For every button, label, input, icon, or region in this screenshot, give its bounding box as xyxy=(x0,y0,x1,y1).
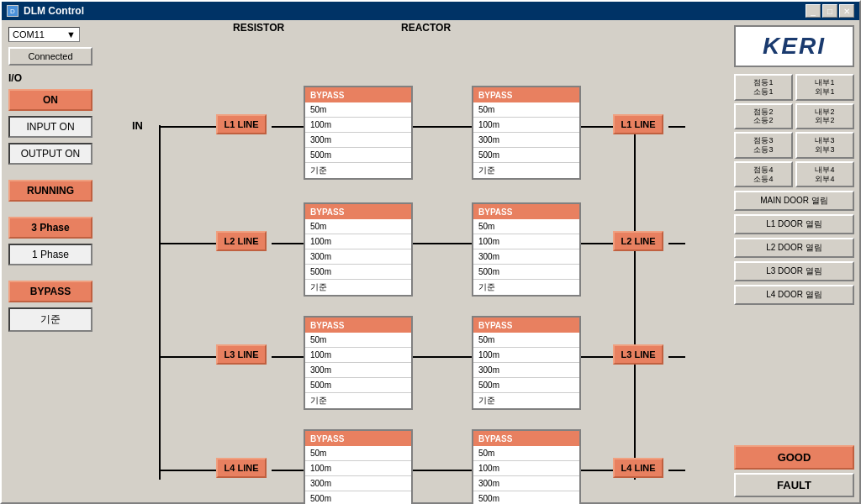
l3-rea-50m[interactable]: 50m xyxy=(473,333,579,348)
l2-rea-gijun[interactable]: 기준 xyxy=(473,280,579,295)
l3-resistor-switches: BYPASS 50m 100m 300m 500m 기준 xyxy=(304,316,413,410)
maximize-button[interactable]: □ xyxy=(822,4,837,18)
com-port-select[interactable]: COM11 ▼ xyxy=(8,27,80,42)
status-r4l1[interactable]: 점등4소등4 xyxy=(734,161,793,188)
l3-rbus-hline xyxy=(668,356,685,358)
l3-door-button[interactable]: L3 DOOR 열림 xyxy=(734,261,854,281)
l2-door-button[interactable]: L2 DOOR 열림 xyxy=(734,238,854,258)
l1-res-100m[interactable]: 100m xyxy=(305,118,411,133)
l1-res-500m[interactable]: 500m xyxy=(305,148,411,163)
l4-reactor-switches: BYPASS 50m 100m 300m 500m 기준 xyxy=(472,429,581,504)
status-r2l1[interactable]: 점등2소등2 xyxy=(734,103,793,130)
l3-rea-bypass[interactable]: BYPASS xyxy=(473,318,579,333)
l3-res-100m[interactable]: 100m xyxy=(305,348,411,363)
l2-resistor-switches: BYPASS 50m 100m 300m 500m 기준 xyxy=(304,202,413,297)
l4-res-500m[interactable]: 500m xyxy=(305,491,411,504)
l4-res-hline xyxy=(272,470,304,471)
l4-rea-100m[interactable]: 100m xyxy=(473,461,579,476)
l4-resistor-switches: BYPASS 50m 100m 300m 500m 기준 xyxy=(304,429,413,504)
l4-res-50m[interactable]: 50m xyxy=(305,446,411,461)
l2-reactor-switches: BYPASS 50m 100m 300m 500m 기준 xyxy=(472,202,581,297)
l1-door-button[interactable]: L1 DOOR 열림 xyxy=(734,214,854,234)
l1-in-hline xyxy=(159,126,216,128)
on-button[interactable]: ON xyxy=(8,89,92,111)
l4-out-hline xyxy=(581,470,613,471)
status-r3l2[interactable]: 내부3외부3 xyxy=(795,132,854,159)
l3-res-50m[interactable]: 50m xyxy=(305,333,411,348)
l1-rea-bypass[interactable]: BYPASS xyxy=(473,87,579,102)
l3-res-bypass[interactable]: BYPASS xyxy=(305,318,411,333)
gijun-button[interactable]: 기준 xyxy=(8,307,92,332)
l2-res-50m[interactable]: 50m xyxy=(305,219,411,234)
l3-res-gijun[interactable]: 기준 xyxy=(305,393,411,408)
l1-resistor-switches: BYPASS 50m 100m 300m 500m 기준 xyxy=(304,86,413,180)
l3-res-hline xyxy=(272,356,304,358)
l1-res-bypass[interactable]: BYPASS xyxy=(305,87,411,102)
l2-res-500m[interactable]: 500m xyxy=(305,265,411,280)
l4-line-label: L4 LINE xyxy=(216,458,267,478)
close-button[interactable]: ✕ xyxy=(839,4,854,18)
status-r3l1[interactable]: 점등3소등3 xyxy=(734,132,793,159)
l4-res-300m[interactable]: 300m xyxy=(305,476,411,491)
l3-rea-300m[interactable]: 300m xyxy=(473,363,579,378)
status-grid: 점등1소등1 내부1외부1 점등2소등2 내부2외부2 점등3소등3 내부3외부… xyxy=(734,74,854,187)
l1-rea-gijun[interactable]: 기준 xyxy=(473,163,579,178)
status-r4l2[interactable]: 내부4외부4 xyxy=(795,161,854,188)
l2-res-100m[interactable]: 100m xyxy=(305,234,411,249)
status-r1l2[interactable]: 내부1외부1 xyxy=(795,74,854,101)
l4-rea-300m[interactable]: 300m xyxy=(473,476,579,491)
l2-line-label: L2 LINE xyxy=(216,231,267,251)
l4-rbus-hline xyxy=(668,470,685,471)
running-button[interactable]: RUNNING xyxy=(8,180,92,202)
com-select-row: COM11 ▼ xyxy=(8,27,117,42)
three-phase-button[interactable]: 3 Phase xyxy=(8,217,92,239)
l4-door-button[interactable]: L4 DOOR 열림 xyxy=(734,285,854,305)
l3-rea-100m[interactable]: 100m xyxy=(473,348,579,363)
l4-in-hline xyxy=(159,470,216,471)
l1-rea-500m[interactable]: 500m xyxy=(473,148,579,163)
one-phase-button[interactable]: 1 Phase xyxy=(8,244,92,265)
connected-button[interactable]: Connected xyxy=(8,47,92,66)
l3-res-500m[interactable]: 500m xyxy=(305,378,411,393)
l4-res-bypass[interactable]: BYPASS xyxy=(305,431,411,446)
resistor-label: RESISTOR xyxy=(233,22,284,34)
fault-button[interactable]: FAULT xyxy=(734,473,854,497)
status-r2l2[interactable]: 내부2외부2 xyxy=(795,103,854,130)
l4-res-100m[interactable]: 100m xyxy=(305,461,411,476)
l1-res-50m[interactable]: 50m xyxy=(305,102,411,118)
l1-res-300m[interactable]: 300m xyxy=(305,133,411,148)
input-on-button[interactable]: INPUT ON xyxy=(8,116,92,138)
bypass-button[interactable]: BYPASS xyxy=(8,281,92,302)
l2-rea-bypass[interactable]: BYPASS xyxy=(473,204,579,219)
l1-rea-50m[interactable]: 50m xyxy=(473,102,579,118)
right-vbus xyxy=(634,125,636,480)
l2-rbus-hline xyxy=(668,243,685,244)
l1-out-hline xyxy=(581,126,613,128)
l2-res-300m[interactable]: 300m xyxy=(305,249,411,265)
good-button[interactable]: GOOD xyxy=(734,445,854,470)
l2-res-gijun[interactable]: 기준 xyxy=(305,280,411,295)
l3-res-300m[interactable]: 300m xyxy=(305,363,411,378)
main-door-button[interactable]: MAIN DOOR 열림 xyxy=(734,191,854,211)
l2-rea-100m[interactable]: 100m xyxy=(473,234,579,249)
l3-out-hline xyxy=(581,356,613,358)
keri-logo: KERI xyxy=(734,25,854,67)
output-on-button[interactable]: OUTPUT ON xyxy=(8,143,92,165)
l2-rea-500m[interactable]: 500m xyxy=(473,265,579,280)
l2-out-label: L2 LINE xyxy=(613,231,663,251)
l1-res-hline xyxy=(272,126,304,128)
status-r1l1[interactable]: 점등1소등1 xyxy=(734,74,793,101)
minimize-button[interactable]: _ xyxy=(806,4,821,18)
l1-rea-300m[interactable]: 300m xyxy=(473,133,579,148)
l4-rea-bypass[interactable]: BYPASS xyxy=(473,431,579,446)
l2-rea-300m[interactable]: 300m xyxy=(473,249,579,265)
l4-rea-50m[interactable]: 50m xyxy=(473,446,579,461)
l3-rea-500m[interactable]: 500m xyxy=(473,378,579,393)
io-label: I/O xyxy=(8,72,117,84)
l4-rea-500m[interactable]: 500m xyxy=(473,491,579,504)
l1-rea-100m[interactable]: 100m xyxy=(473,118,579,133)
l2-res-bypass[interactable]: BYPASS xyxy=(305,204,411,219)
l3-rea-gijun[interactable]: 기준 xyxy=(473,393,579,408)
l2-rea-50m[interactable]: 50m xyxy=(473,219,579,234)
l1-res-gijun[interactable]: 기준 xyxy=(305,163,411,178)
